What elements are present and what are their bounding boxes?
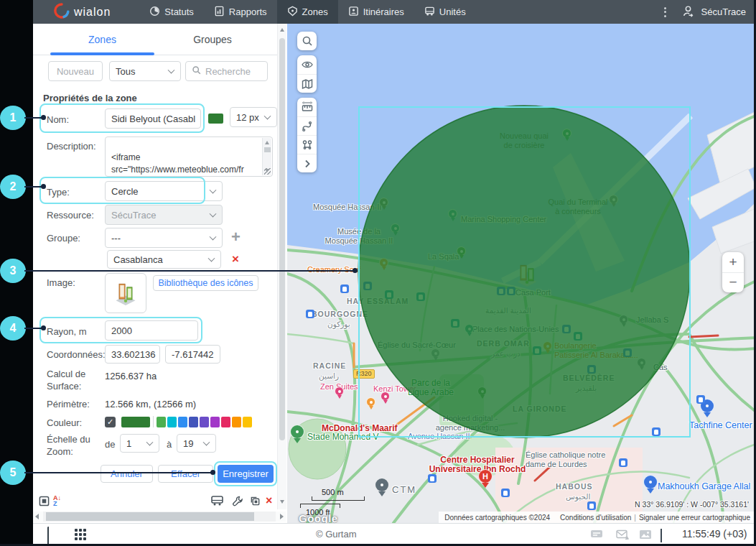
zone-color-swatch[interactable] [208, 114, 223, 124]
image-label: Image: [47, 277, 75, 289]
tools-wrench-icon[interactable] [233, 496, 246, 507]
measure-ruler-button[interactable] [297, 98, 317, 116]
zoom-out-button[interactable]: − [722, 273, 744, 293]
wialon-logo[interactable]: wialon [54, 3, 111, 22]
zoom-to-select[interactable]: 19 [177, 434, 216, 453]
zones-panel: Zones Groupes Nouveau Tous Recherche Pro… [33, 24, 287, 523]
wialon-logo-text: wialon [74, 6, 111, 19]
clock: 11:55:49 (+03) [682, 528, 747, 540]
palette-color-swatch[interactable] [178, 417, 187, 427]
show-units-icon[interactable] [211, 496, 224, 507]
map-canvas[interactable]: Nouveau quai de croisièreQuai du Termina… [287, 24, 756, 523]
resource-select: SécuTrace [105, 205, 223, 225]
panel-tabs: Zones Groupes [33, 24, 277, 55]
map-layers-button[interactable] [297, 74, 317, 93]
type-label: Type: [47, 186, 70, 198]
wialon-logo-icon [54, 3, 70, 22]
wialon-app: wialon StatutsRapportsZonesItinérairesUn… [0, 0, 756, 546]
palette-color-swatch[interactable] [189, 417, 198, 427]
map-tools-controls [297, 98, 317, 172]
zoom-from-select[interactable]: 1 [120, 434, 159, 453]
icons-library-button[interactable]: Bibliothèque des icônes [153, 275, 258, 291]
zones-icon [287, 6, 298, 19]
panel-vertical-scrollbar[interactable] [277, 24, 286, 509]
scroll-left-icon[interactable] [35, 514, 39, 519]
rapports-icon [214, 6, 225, 19]
filter-select[interactable]: Tous [109, 61, 181, 81]
menu-item-rapports[interactable]: Rapports [204, 0, 277, 24]
zoom-in-button[interactable]: + [722, 252, 744, 273]
group-label: Groupe: [47, 232, 80, 244]
zone-edit-bounding-box [358, 106, 691, 438]
palette-color-swatch[interactable] [221, 417, 230, 427]
copy-icon[interactable] [250, 496, 263, 507]
palette-color-swatch[interactable] [243, 417, 252, 427]
theme-contrast-icon[interactable] [661, 529, 662, 542]
tab-zones[interactable]: Zones [50, 24, 154, 55]
resize-handle-icon[interactable] [264, 168, 271, 175]
select-mode-icon[interactable] [39, 496, 52, 507]
palette-color-swatch[interactable] [232, 417, 241, 427]
scroll-up-icon[interactable] [280, 28, 284, 32]
zoom-scale-label: Échelle du Zoom: [47, 433, 90, 458]
add-group-icon[interactable]: + [231, 231, 241, 244]
scroll-down-icon[interactable] [280, 500, 284, 504]
panel-horizontal-scrollbar[interactable] [33, 512, 286, 522]
terms-link[interactable]: Conditions d'utilisation [560, 514, 631, 522]
resource-label: Ressource: [47, 209, 94, 221]
search-input[interactable]: Recherche [185, 61, 268, 81]
latitude-input[interactable]: 33.602136 [105, 345, 160, 364]
palette-color-swatch[interactable] [210, 417, 220, 427]
type-select[interactable]: Cercle [105, 181, 223, 201]
routing-button[interactable] [297, 116, 317, 135]
selected-color-swatch[interactable] [121, 417, 150, 427]
menu-item-itineraires[interactable]: Itinéraires [338, 0, 414, 24]
zoom-to-label: à [167, 438, 172, 450]
tab-groupes[interactable]: Groupes [169, 24, 256, 55]
zoom-from-label: de [105, 438, 115, 450]
hscrollbar-thumb[interactable] [46, 512, 254, 521]
palette-color-swatch[interactable] [200, 417, 209, 427]
palette-color-swatch[interactable] [167, 417, 177, 427]
longitude-input[interactable]: -7.617442 [165, 345, 220, 364]
messages-icon[interactable] [616, 529, 629, 542]
callout-badge-4: 4 [0, 316, 26, 341]
color-enabled-checkbox[interactable]: ✓ [105, 417, 116, 427]
collapse-panel-icon[interactable] [47, 528, 51, 546]
callout-badge-5: 5 [0, 461, 26, 485]
photos-icon[interactable] [639, 529, 652, 542]
map-search-button[interactable] [297, 32, 317, 50]
save-button[interactable]: Enregistrer [218, 465, 274, 483]
remove-group-icon[interactable]: × [232, 253, 239, 266]
sort-az-icon[interactable]: A↓Z [53, 495, 65, 506]
apps-grid-icon[interactable] [75, 529, 86, 540]
group2-select[interactable]: Casablanca [107, 250, 221, 269]
font-size-select[interactable]: 12 px [230, 107, 277, 127]
menu-item-statuts[interactable]: Statuts [139, 0, 203, 24]
radius-input[interactable]: 2000 [105, 320, 198, 341]
new-zone-button[interactable]: Nouveau [48, 61, 103, 81]
delete-button[interactable]: Effacer [158, 465, 213, 483]
callout-dot-4 [41, 325, 46, 330]
description-textarea[interactable]: <iframe src="https://www.meteoblue.com/f… [105, 136, 273, 177]
more-options-icon[interactable] [661, 4, 669, 20]
menu-item-zones[interactable]: Zones [277, 0, 338, 24]
track-points-button[interactable] [297, 135, 317, 154]
user-account-button[interactable]: SécuTrace [682, 5, 746, 19]
report-error-link[interactable]: Signaler une erreur cartographique [639, 514, 750, 522]
callout-badge-1: 1 [0, 106, 26, 130]
scroll-right-icon[interactable] [280, 514, 284, 519]
palette-color-swatch[interactable] [157, 417, 166, 427]
notifications-icon[interactable] [590, 529, 603, 542]
section-title: Propriétés de la zone [43, 93, 137, 103]
group-select[interactable]: --- [105, 228, 223, 248]
name-input[interactable]: Sidi Belyout (Casabl [105, 108, 201, 129]
visibility-eye-button[interactable] [297, 55, 317, 74]
expand-tools-chevron[interactable] [297, 154, 317, 172]
map-view-controls [297, 55, 317, 93]
scrollbar-thumb[interactable] [279, 38, 285, 440]
mouse-coordinates: N 33° 36.9109' : W -007° 35.3161' [635, 500, 749, 509]
zone-icon-preview[interactable] [105, 273, 146, 313]
cancel-button[interactable]: Annuler [101, 465, 153, 483]
menu-item-unites[interactable]: Unités [414, 0, 476, 24]
